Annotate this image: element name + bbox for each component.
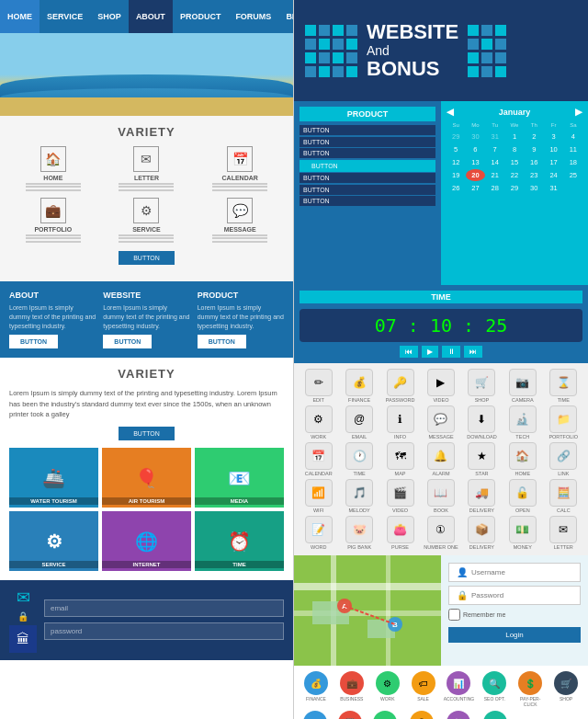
cal-day[interactable]: 14 [486,156,504,168]
cal-day[interactable]: 6 [466,143,484,155]
work-icon[interactable]: ⚙ [305,405,333,433]
time-pause-btn[interactable]: ⏸ [442,346,460,358]
box-icon[interactable]: 📦 [468,516,495,543]
message-icon2[interactable]: 💬 [427,405,455,433]
product-btn-6[interactable]: BUTTON [300,185,435,195]
accounting-circle-icon[interactable]: 📊 [447,671,470,695]
cal-day[interactable]: 9 [525,143,543,155]
link-icon[interactable]: 🔗 [549,442,577,470]
product-btn-1[interactable]: BUTTON [300,125,435,135]
download-icon[interactable]: ⬇ [468,405,495,433]
cal-day[interactable]: 1 [505,131,524,143]
edit-icon[interactable]: ✏ [305,369,333,396]
nav-product[interactable]: PRODUCT [173,0,229,33]
ppc-circle-icon[interactable]: 💲 [518,671,542,695]
shop2-circle-icon[interactable]: 🛒 [554,671,578,695]
cal-day[interactable]: 25 [564,169,582,181]
blue-btn-about[interactable]: BUTTON [9,335,58,348]
letter2-circle-icon[interactable]: ✉ [303,711,327,719]
cal-day[interactable]: 28 [486,182,504,194]
cal-today[interactable]: 20 [466,169,484,181]
nav-about[interactable]: ABOUT [129,0,173,33]
password-icon[interactable]: 🔑 [387,369,414,396]
finance-circle-icon[interactable]: 💰 [304,671,328,695]
variety2-button[interactable]: BUTTON [119,427,175,440]
cal-day[interactable]: 3 [544,131,562,143]
sale-circle-icon[interactable]: 🏷 [412,671,435,695]
cal-next-btn[interactable]: ▶ [575,107,582,117]
time-prev-btn[interactable]: ⏮ [400,346,418,358]
notebook-circle-icon[interactable]: 📓 [338,711,362,719]
nav-shop[interactable]: SHOP [90,0,129,33]
cal-day[interactable]: 31 [486,131,504,143]
product-btn-7[interactable]: BUTTON [300,196,435,206]
work-circle-icon[interactable]: ⚙ [376,671,400,695]
cal-day[interactable]: 18 [564,156,582,168]
taxfree-circle-icon[interactable]: 💸 [447,711,470,719]
cal-day[interactable]: 8 [505,143,524,155]
blue-btn-product[interactable]: BUTTON [198,335,246,348]
login-button[interactable]: Login [448,627,581,643]
nav-forums[interactable]: FORUMS [228,0,278,33]
cal-day[interactable]: 5 [447,143,465,155]
time-next-btn[interactable]: ⏭ [464,346,482,358]
word-icon[interactable]: 📝 [305,516,333,543]
cal-day[interactable]: 23 [525,169,543,181]
password-input[interactable] [44,622,284,640]
nav-blog[interactable]: BLOG [278,0,294,33]
business-circle-icon[interactable]: 💼 [340,671,364,695]
home-icon2[interactable]: 🏠 [509,442,537,470]
cal-day[interactable]: 16 [525,156,543,168]
cal-day[interactable]: 29 [505,182,524,194]
clock-icon[interactable]: 🕐 [345,442,373,470]
cal-day[interactable]: 2 [525,131,543,143]
map-icon[interactable]: 🗺 [387,442,414,470]
cal-day[interactable]: 26 [447,182,465,194]
blue-btn-website[interactable]: BUTTON [103,335,152,348]
cal-day[interactable]: 13 [466,156,484,168]
open-icon[interactable]: 🔓 [509,479,537,507]
finance-icon[interactable]: 💰 [345,369,373,396]
email-input[interactable] [44,599,284,617]
cal-day[interactable]: 10 [544,143,562,155]
variety1-button[interactable]: BUTTON [119,251,175,265]
star-icon[interactable]: ★ [468,442,495,470]
password-input-right[interactable] [471,591,572,599]
calendar-icon2[interactable]: 📅 [305,442,333,470]
cal-day[interactable]: 4 [564,131,582,143]
letter-icon2[interactable]: ✉ [549,516,577,543]
video-icon[interactable]: ▶ [427,369,455,396]
arch-circle-icon[interactable]: 🏛 [410,711,434,719]
cal-day[interactable]: 17 [544,156,562,168]
tech-icon[interactable]: 🔬 [509,405,537,433]
alarm-icon[interactable]: 🔔 [427,442,455,470]
video-icon2[interactable]: 🎬 [387,479,414,507]
product-btn-5[interactable]: BUTTON [300,173,435,183]
nav-service[interactable]: SERvicE [40,0,90,33]
product-btn-4[interactable]: ▶BUTTON [300,160,435,172]
book-icon[interactable]: 📖 [427,479,455,507]
email-icon[interactable]: @ [345,405,373,433]
username-input[interactable] [471,568,572,576]
pigbank-icon[interactable]: 🐷 [345,516,373,543]
product-btn-3[interactable]: BUTTON [300,148,435,158]
cal-day[interactable]: 27 [466,182,484,194]
remember-checkbox[interactable] [448,609,460,621]
nav-home[interactable]: HOME [0,0,40,33]
portfolio-icon2[interactable]: 📁 [549,405,577,433]
info-icon[interactable]: ℹ [387,405,414,433]
product-btn-2[interactable]: BUTTON [300,137,435,147]
time-play-btn[interactable]: ▶ [422,346,438,358]
delivery-icon[interactable]: 🚚 [468,479,495,507]
cal-day[interactable]: 19 [447,169,465,181]
cal-day[interactable]: 24 [544,169,562,181]
seo-circle-icon[interactable]: 🔍 [482,671,506,695]
calc-icon[interactable]: 🧮 [549,479,577,507]
cal-day[interactable]: 15 [505,156,524,168]
cal-day[interactable]: 12 [447,156,465,168]
money-icon[interactable]: 💵 [509,516,537,543]
music-icon[interactable]: 🎵 [345,479,373,507]
cal-day[interactable]: 11 [564,143,582,155]
cal-day[interactable]: 30 [525,182,543,194]
wifi-icon[interactable]: 📶 [305,479,333,507]
